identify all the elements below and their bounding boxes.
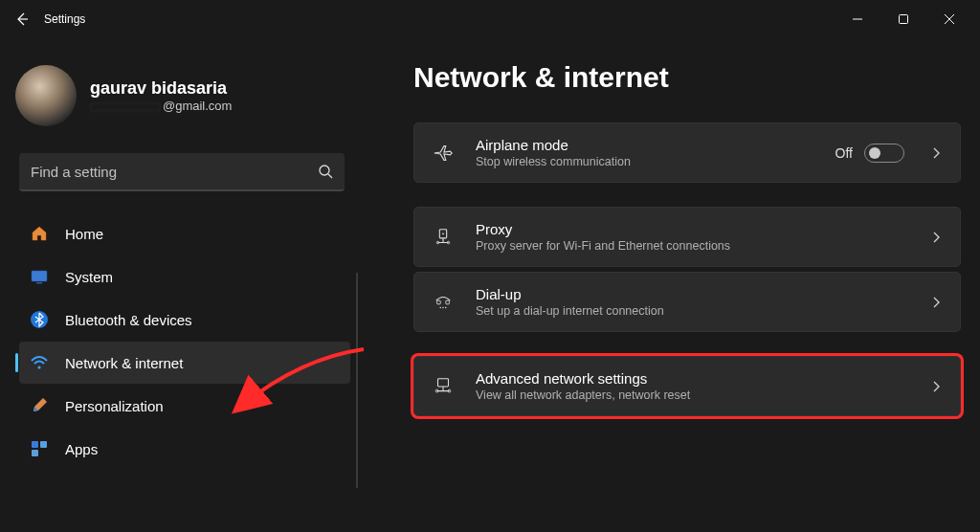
toggle-switch[interactable] [864,144,904,163]
card-subtitle: Set up a dial-up internet connection [476,304,916,318]
svg-rect-2 [32,271,47,281]
svg-point-17 [442,306,443,307]
sidebar-item-label: Home [65,226,103,242]
sidebar-item-label: System [65,269,113,285]
paintbrush-icon [29,395,50,416]
close-icon [944,13,955,25]
sidebar-item-label: Apps [65,441,98,457]
toggle-label: Off [835,145,853,161]
svg-rect-19 [438,378,449,386]
card-subtitle: Proxy server for Wi-Fi and Ethernet conn… [476,239,916,253]
sidebar-item-bluetooth[interactable]: Bluetooth & devices [19,299,350,341]
card-subtitle: View all network adapters, network reset [476,388,916,402]
card-proxy[interactable]: Proxy Proxy server for Wi-Fi and Etherne… [413,207,961,267]
close-button[interactable] [940,10,959,29]
chevron-right-icon [931,296,941,309]
card-title: Dial-up [476,286,916,302]
card-title: Advanced network settings [476,370,916,387]
bluetooth-icon [29,309,50,330]
network-adapter-icon [430,373,457,400]
chevron-right-icon [931,146,941,160]
maximize-icon [898,13,909,25]
svg-rect-0 [900,15,908,24]
sidebar-item-network[interactable]: Network & internet [19,342,350,384]
svg-point-16 [440,306,441,307]
card-title: Proxy [476,221,916,237]
redacted-prefix [90,102,161,112]
sidebar-item-label: Network & internet [65,355,183,371]
page-title: Network & internet [413,61,961,94]
sidebar: gaurav bidasaria @gmail.com Home System … [0,38,364,532]
home-icon [29,223,50,244]
sidebar-item-system[interactable]: System [19,255,350,298]
svg-point-1 [320,166,329,175]
card-advanced-network[interactable]: Advanced network settings View all netwo… [413,356,961,416]
proxy-icon [430,224,457,251]
sidebar-item-apps[interactable]: Apps [19,428,350,470]
main-panel: Network & internet Airplane mode Stop wi… [364,38,980,532]
sidebar-item-home[interactable]: Home [19,212,350,255]
card-subtitle: Stop wireless communication [476,155,835,168]
chevron-right-icon [931,231,941,244]
svg-rect-4 [36,282,42,284]
airplane-toggle[interactable]: Off [835,144,904,163]
svg-point-18 [445,306,446,307]
card-title: Airplane mode [476,137,835,153]
svg-point-11 [442,233,444,234]
chevron-right-icon [931,380,941,393]
airplane-icon [430,140,457,166]
profile-block[interactable]: gaurav bidasaria @gmail.com [15,65,364,126]
search-icon [318,164,333,179]
minimize-button[interactable] [848,10,867,29]
search-input[interactable] [31,164,318,180]
svg-point-6 [37,366,40,368]
sidebar-scrollbar[interactable] [356,273,358,488]
window-controls [848,10,972,29]
user-name: gaurav bidasaria [90,78,232,99]
sidebar-item-personalization[interactable]: Personalization [19,385,350,427]
svg-rect-14 [437,300,441,304]
search-box[interactable] [19,153,345,191]
svg-rect-8 [40,441,47,448]
card-airplane-mode[interactable]: Airplane mode Stop wireless communicatio… [413,122,961,183]
nav-list: Home System Bluetooth & devices Network … [15,212,364,470]
titlebar: Settings [0,0,980,38]
back-button[interactable] [8,5,36,33]
user-email: @gmail.com [90,99,232,113]
sidebar-item-label: Personalization [65,398,164,414]
arrow-left-icon [14,11,30,27]
svg-rect-15 [446,300,450,304]
dialup-icon [430,289,457,316]
card-dialup[interactable]: Dial-up Set up a dial-up internet connec… [413,272,961,332]
system-icon [29,266,50,287]
minimize-icon [852,13,863,25]
wifi-icon [29,352,50,373]
maximize-button[interactable] [894,10,913,29]
sidebar-item-label: Bluetooth & devices [65,312,192,328]
avatar [15,65,77,126]
app-title: Settings [44,12,85,26]
svg-rect-7 [32,441,38,448]
svg-rect-9 [32,450,38,456]
apps-icon [29,438,50,459]
